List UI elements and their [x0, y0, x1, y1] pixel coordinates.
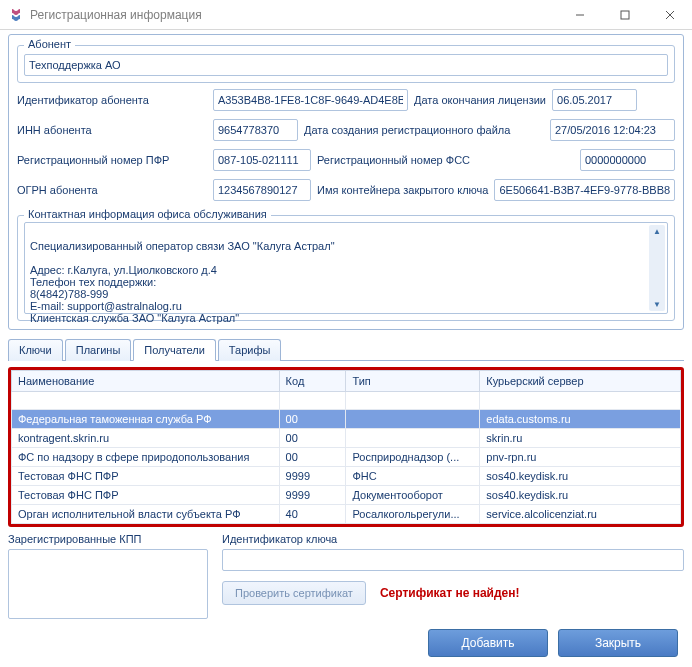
close-footer-button[interactable]: Закрыть [558, 629, 678, 657]
filter-row[interactable] [12, 392, 681, 410]
contact-textarea[interactable]: Специализированный оператор связи ЗАО "К… [24, 222, 668, 314]
scroll-down-icon[interactable]: ▼ [653, 300, 661, 309]
col-name[interactable]: Наименование [12, 371, 280, 392]
close-button[interactable] [647, 1, 692, 29]
tab-content: Наименование Код Тип Курьерский сервер Ф… [8, 367, 684, 619]
subscriber-name-field[interactable] [24, 54, 668, 76]
subscriber-group-label: Абонент [24, 38, 75, 50]
fss-num-field[interactable] [580, 149, 675, 171]
cell-code: 00 [279, 410, 346, 429]
cell-server: pnv-rpn.ru [480, 448, 681, 467]
table-row[interactable]: ФС по надзору в сфере природопользования… [12, 448, 681, 467]
reg-file-date-field[interactable] [550, 119, 675, 141]
tab-recipients[interactable]: Получатели [133, 339, 216, 361]
subscriber-group: Абонент [17, 45, 675, 83]
cell-code: 00 [279, 448, 346, 467]
license-end-field[interactable] [552, 89, 637, 111]
table-row[interactable]: Орган исполнительной власти субъекта РФ4… [12, 505, 681, 524]
cert-status-text: Сертификат не найден! [380, 586, 520, 600]
fss-num-label: Регистрационный номер ФСС [317, 154, 574, 166]
tab-plugins[interactable]: Плагины [65, 339, 132, 361]
table-row[interactable]: Тестовая ФНС ПФР9999ФНСsos40.keydisk.ru [12, 467, 681, 486]
cell-type: ФНС [346, 467, 480, 486]
window-title: Регистрационная информация [30, 8, 557, 22]
key-id-label: Идентификатор ключа [222, 533, 684, 545]
license-end-label: Дата окончания лицензии [414, 94, 546, 106]
pfr-num-field[interactable] [213, 149, 311, 171]
cell-type: Росприроднадзор (... [346, 448, 480, 467]
cell-code: 9999 [279, 467, 346, 486]
recipients-table: Наименование Код Тип Курьерский сервер Ф… [11, 370, 681, 524]
contact-group-label: Контактная информация офиса обслуживания [24, 208, 271, 220]
add-button[interactable]: Добавить [428, 629, 548, 657]
ogrn-field[interactable] [213, 179, 311, 201]
contact-group: Контактная информация офиса обслуживания… [17, 215, 675, 321]
identifier-field[interactable] [213, 89, 408, 111]
col-server[interactable]: Курьерский сервер [480, 371, 681, 392]
tab-keys[interactable]: Ключи [8, 339, 63, 361]
kpp-textarea[interactable] [8, 549, 208, 619]
cell-server: sos40.keydisk.ru [480, 467, 681, 486]
check-cert-button: Проверить сертификат [222, 581, 366, 605]
recipients-table-wrap: Наименование Код Тип Курьерский сервер Ф… [8, 367, 684, 527]
cell-type: Росалкогольрегули... [346, 505, 480, 524]
cell-server: edata.customs.ru [480, 410, 681, 429]
col-code[interactable]: Код [279, 371, 346, 392]
key-id-field[interactable] [222, 549, 684, 571]
inn-field[interactable] [213, 119, 298, 141]
cell-name: Орган исполнительной власти субъекта РФ [12, 505, 280, 524]
cell-code: 9999 [279, 486, 346, 505]
svg-rect-1 [621, 11, 629, 19]
tab-tariffs[interactable]: Тарифы [218, 339, 282, 361]
cell-type [346, 410, 480, 429]
titlebar: Регистрационная информация [0, 0, 692, 30]
main-panel: Абонент Идентификатор абонента Дата окон… [8, 34, 684, 330]
cell-server: service.alcolicenziat.ru [480, 505, 681, 524]
table-row[interactable]: Федеральная таможенная служба РФ00edata.… [12, 410, 681, 429]
reg-file-date-label: Дата создания регистрационного файла [304, 124, 544, 136]
maximize-button[interactable] [602, 1, 647, 29]
app-icon [8, 7, 24, 23]
cell-code: 40 [279, 505, 346, 524]
cell-type [346, 429, 480, 448]
cell-type: Документооборот [346, 486, 480, 505]
cell-server: sos40.keydisk.ru [480, 486, 681, 505]
cell-name: Тестовая ФНС ПФР [12, 486, 280, 505]
kpp-label: Зарегистрированные КПП [8, 533, 208, 545]
minimize-button[interactable] [557, 1, 602, 29]
col-type[interactable]: Тип [346, 371, 480, 392]
container-label: Имя контейнера закрытого ключа [317, 184, 488, 196]
footer: Добавить Закрыть [0, 619, 692, 667]
cell-name: kontragent.skrin.ru [12, 429, 280, 448]
scroll-up-icon[interactable]: ▲ [653, 227, 661, 236]
container-field[interactable] [494, 179, 675, 201]
cell-name: Федеральная таможенная служба РФ [12, 410, 280, 429]
inn-label: ИНН абонента [17, 124, 207, 136]
table-row[interactable]: Тестовая ФНС ПФР9999Документооборотsos40… [12, 486, 681, 505]
table-row[interactable]: kontragent.skrin.ru00skrin.ru [12, 429, 681, 448]
scrollbar[interactable]: ▲ ▼ [649, 225, 665, 311]
cell-server: skrin.ru [480, 429, 681, 448]
cell-name: ФС по надзору в сфере природопользования [12, 448, 280, 467]
cell-code: 00 [279, 429, 346, 448]
cell-name: Тестовая ФНС ПФР [12, 467, 280, 486]
pfr-num-label: Регистрационный номер ПФР [17, 154, 207, 166]
ogrn-label: ОГРН абонента [17, 184, 207, 196]
identifier-label: Идентификатор абонента [17, 94, 207, 106]
contact-text: Специализированный оператор связи ЗАО "К… [30, 240, 662, 324]
